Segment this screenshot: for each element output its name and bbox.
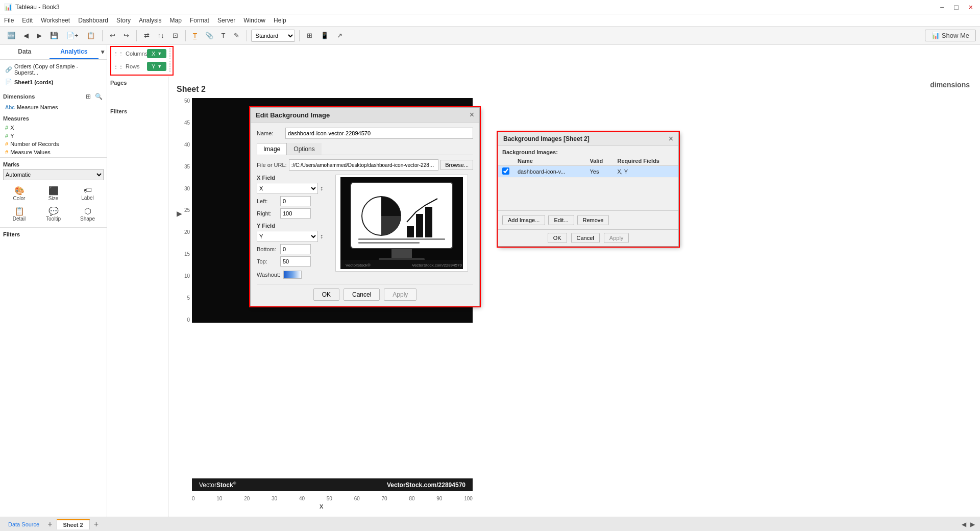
marks-type-select[interactable]: Automatic Bar Line Area Circle Square Sh… xyxy=(3,169,104,180)
name-input[interactable] xyxy=(285,128,473,139)
mark-tooltip[interactable]: 💬 Tooltip xyxy=(37,205,69,223)
column-pill-x[interactable]: X ▼ xyxy=(147,49,166,58)
svg-text:VectorStock®: VectorStock® xyxy=(346,263,371,268)
measure-values[interactable]: # Measure Values xyxy=(3,148,104,156)
panel-remove-btn[interactable]: Remove xyxy=(577,215,609,225)
sort-asc-btn[interactable]: ↑↓ xyxy=(155,30,167,41)
datasource-1[interactable]: 🔗 Orders (Copy of Sample - Superst... xyxy=(3,62,104,77)
data-tab[interactable]: Data xyxy=(0,45,50,59)
y-label-30: 30 xyxy=(184,186,190,191)
menu-map[interactable]: Map xyxy=(170,17,182,24)
panel-close-btn[interactable]: × xyxy=(669,135,673,143)
right-input[interactable] xyxy=(280,208,311,219)
edit-bg-dialog[interactable]: Edit Background Image × Name: Image Opti… xyxy=(250,107,480,306)
x-field-section: X Field X ↕ Left: Right: xyxy=(257,175,330,219)
scroll-left-btn[interactable]: ◀ xyxy=(961,520,967,529)
share-btn[interactable]: ↗ xyxy=(334,30,346,41)
bg-images-row[interactable]: dashboard-icon-v... Yes X, Y xyxy=(498,166,678,178)
col-name[interactable]: Name xyxy=(513,156,586,166)
measure-y[interactable]: # Y xyxy=(3,132,104,140)
panel-apply-btn[interactable]: Apply xyxy=(604,233,629,243)
tooltip-btn[interactable]: ✎ xyxy=(231,30,242,41)
menu-analysis[interactable]: Analysis xyxy=(139,17,162,24)
sheet2-tab[interactable]: Sheet 2 xyxy=(57,519,90,529)
add-sheet-btn[interactable]: + xyxy=(45,520,54,529)
close-btn[interactable]: × xyxy=(966,3,976,11)
annotate-btn[interactable]: 📎 xyxy=(202,30,216,41)
title-bar-controls[interactable]: − □ × xyxy=(937,3,976,11)
add-datasource-btn[interactable]: 📄+ xyxy=(63,30,82,41)
redo-btn[interactable]: ↪ xyxy=(120,30,132,41)
panel-edit-btn[interactable]: Edit... xyxy=(548,215,574,225)
row-check[interactable] xyxy=(498,166,513,178)
text-btn[interactable]: T xyxy=(218,30,229,41)
top-input[interactable] xyxy=(280,256,311,267)
analytics-tab[interactable]: Analytics xyxy=(50,45,99,59)
scroll-right-btn[interactable]: ▶ xyxy=(969,520,976,529)
data-source-tab[interactable]: Data Source xyxy=(4,520,43,529)
abc-icon: Abc xyxy=(5,105,15,110)
row-pill-y[interactable]: Y ▼ xyxy=(147,62,166,71)
fix-axes-btn[interactable]: ⊞ xyxy=(304,30,315,41)
mark-detail[interactable]: 📋 Detail xyxy=(3,205,35,223)
menu-format[interactable]: Format xyxy=(190,17,209,24)
left-input[interactable] xyxy=(280,196,311,206)
menu-worksheet[interactable]: Worksheet xyxy=(41,17,70,24)
edit-bg-cancel-btn[interactable]: Cancel xyxy=(344,288,380,301)
options-tab[interactable]: Options xyxy=(287,143,321,155)
x-field-select[interactable]: X xyxy=(257,183,318,194)
col-pill-x-dropdown[interactable]: ▼ xyxy=(157,51,162,56)
y-label-40: 40 xyxy=(184,142,190,148)
add-image-btn[interactable]: Add Image... xyxy=(502,215,545,225)
browse-btn[interactable]: Browse... xyxy=(440,160,473,170)
menu-story[interactable]: Story xyxy=(116,17,131,24)
hash-icon-values: # xyxy=(5,149,8,155)
menu-dashboard[interactable]: Dashboard xyxy=(78,17,108,24)
row-pill-y-dropdown[interactable]: ▼ xyxy=(157,64,162,69)
show-me-btn[interactable]: 📊 Show Me xyxy=(925,30,976,41)
paste-btn[interactable]: 📋 xyxy=(84,30,98,41)
y-field-select[interactable]: Y xyxy=(257,231,318,242)
device-preview-btn[interactable]: 📱 xyxy=(317,30,332,41)
mark-label[interactable]: 🏷 Label xyxy=(71,184,104,203)
panel-ok-btn[interactable]: OK xyxy=(548,233,567,243)
mark-size[interactable]: ⬛ Size xyxy=(37,184,69,203)
new-sheet-btn[interactable]: + xyxy=(92,520,101,529)
edit-bg-apply-btn[interactable]: Apply xyxy=(384,288,416,301)
forward-btn[interactable]: ▶ xyxy=(34,30,45,41)
row-checkbox[interactable] xyxy=(502,167,509,175)
menu-file[interactable]: File xyxy=(4,17,14,24)
maximize-btn[interactable]: □ xyxy=(951,3,961,11)
edit-bg-ok-btn[interactable]: OK xyxy=(313,288,339,301)
back-btn[interactable]: ◀ xyxy=(20,30,32,41)
save-btn[interactable]: 💾 xyxy=(47,30,61,41)
menu-server[interactable]: Server xyxy=(217,17,235,24)
measure-x[interactable]: # X xyxy=(3,124,104,132)
mark-color[interactable]: 🎨 Color xyxy=(3,184,35,203)
new-btn[interactable]: 🆕 xyxy=(4,30,18,41)
swap-btn[interactable]: ⇄ xyxy=(141,30,153,41)
panel-menu-btn[interactable]: ▼ xyxy=(99,45,107,59)
fit-btn[interactable]: ⊡ xyxy=(169,30,181,41)
bottom-value-row: Bottom: xyxy=(257,244,330,254)
dim-measure-names[interactable]: Abc Measure Names xyxy=(3,103,104,111)
measure-num-records[interactable]: # Number of Records xyxy=(3,140,104,148)
view-select[interactable]: Standard Fit Width Fit Height Entire Vie… xyxy=(251,30,295,42)
menu-window[interactable]: Window xyxy=(243,17,265,24)
washout-bar[interactable] xyxy=(283,271,302,279)
image-tab[interactable]: Image xyxy=(257,143,287,155)
menu-edit[interactable]: Edit xyxy=(22,17,33,24)
dimensions-grid-btn[interactable]: ⊞ xyxy=(85,92,92,101)
undo-btn[interactable]: ↩ xyxy=(107,30,118,41)
panel-cancel-btn[interactable]: Cancel xyxy=(571,233,600,243)
minimize-btn[interactable]: − xyxy=(937,3,947,11)
edit-bg-close-btn[interactable]: × xyxy=(470,111,474,119)
bottom-input[interactable] xyxy=(280,244,311,254)
menu-help[interactable]: Help xyxy=(274,17,286,24)
bg-images-panel[interactable]: Background Images [Sheet 2] × Background… xyxy=(498,132,679,247)
mark-shape[interactable]: ⬡ Shape xyxy=(71,205,104,223)
file-input[interactable] xyxy=(289,159,438,171)
dimensions-search-btn[interactable]: 🔍 xyxy=(94,92,104,101)
datasource-2[interactable]: 📄 Sheet1 (cords) xyxy=(3,77,104,87)
highlight-btn[interactable]: T̲ xyxy=(190,30,200,41)
